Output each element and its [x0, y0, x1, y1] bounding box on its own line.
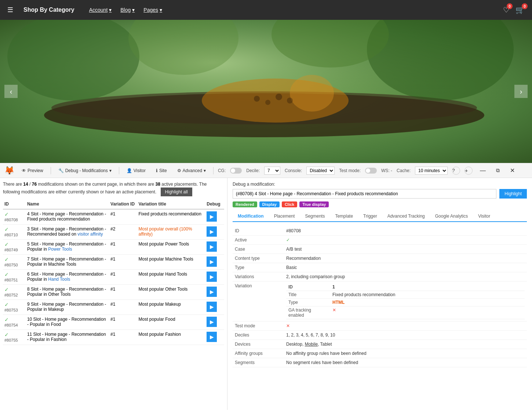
detail-value-deciles: 1, 2, 3, 4, 5, 6, 7, 8, 9, 10 [284, 331, 527, 340]
debug-row-button[interactable]: ▶ [207, 211, 217, 222]
visitor-button[interactable]: 👤 Visitor [124, 167, 149, 175]
nav-link-account[interactable]: Account ▾ [89, 7, 112, 13]
ga-x-icon: ✕ [332, 308, 336, 313]
highlight-button[interactable]: Highlight [499, 189, 527, 199]
decile-label: Decile: [246, 168, 260, 173]
nested-label-ga: GA tracking enabled [286, 306, 330, 319]
name-link[interactable]: visitor affinity [77, 232, 103, 237]
table-row: ✓#8075410 Slot - Home page - Recommendat… [3, 315, 224, 330]
minimize-button[interactable]: — [477, 166, 489, 175]
row-id-cell: ✓#80750 [3, 255, 26, 270]
tab-modification[interactable]: Modification [233, 211, 269, 222]
debug-search-input[interactable] [233, 189, 496, 199]
row-vartitle-cell: Most popular Other Tools [137, 285, 205, 300]
test-mode-x-icon: ✕ [286, 323, 290, 328]
test-mode-toggle-thumb [366, 168, 370, 173]
tab-segments[interactable]: Segments [300, 211, 330, 221]
detail-value-content-type: Recommendation [284, 254, 527, 263]
cg-toggle[interactable] [230, 168, 242, 174]
detail-label-test-mode: Test mode [233, 321, 284, 331]
debug-row-button[interactable]: ▶ [207, 317, 217, 327]
tab-trigger[interactable]: Trigger [358, 211, 382, 221]
menu-icon[interactable]: ☰ [7, 6, 13, 14]
detail-label-content-type: Content type [233, 254, 284, 263]
console-select[interactable]: Disabled Enabled [306, 167, 335, 175]
row-vartitle-cell: Most popular Machine Tools [137, 255, 205, 270]
row-name-cell: 10 Slot - Home page - Recommendation - P… [26, 315, 109, 330]
highlight-all-button[interactable]: Highlight all [161, 188, 192, 196]
debug-row-button[interactable]: ▶ [207, 226, 217, 237]
advanced-button[interactable]: ⚙ Advanced ▾ [174, 167, 209, 175]
table-row: ✓#807507 Slot - Home page - Recommendati… [3, 255, 224, 270]
cache-select[interactable]: 10 minutes 5 minutes 1 minute No cache [415, 167, 448, 175]
detail-label-type: Type [233, 263, 284, 272]
detail-label-active: Active [233, 236, 284, 245]
row-vartitle-cell: Fixed products recommendation [137, 209, 205, 225]
name-link[interactable]: Power Tools [48, 247, 72, 252]
id-text: #80749 [4, 248, 18, 252]
debug-row-button[interactable]: ▶ [207, 257, 217, 267]
detail-value-variations: 2, including comparison group [284, 272, 527, 281]
row-name-cell: 6 Slot - Home page - Recommendation - Po… [26, 270, 109, 285]
id-text: #80708 [4, 218, 18, 222]
tab-google-analytics[interactable]: Google Analytics [430, 211, 473, 221]
row-debug-cell: ▶ [205, 315, 224, 330]
row-name-cell: 8 Slot - Home page - Recommendation - Po… [26, 285, 109, 300]
tab-template[interactable]: Template [330, 211, 358, 221]
detail-label-deciles: Deciles [233, 331, 284, 340]
svg-point-6 [254, 96, 260, 102]
tab-visitor[interactable]: Visitor [473, 211, 495, 221]
debug-row-button[interactable]: ▶ [207, 287, 217, 297]
name-link[interactable]: Hand Tools [48, 277, 70, 282]
cart-button[interactable]: 🛒 0 [515, 6, 525, 14]
debug-row-button[interactable]: ▶ [207, 272, 217, 282]
decile-select[interactable]: 7 1234 568910 [264, 167, 280, 175]
plus-button[interactable]: + [464, 167, 473, 175]
row-debug-cell: ▶ [205, 225, 224, 240]
row-name-cell: 5 Slot - Home page - Recommendation - Po… [26, 240, 109, 255]
row-vartitle-cell: Most popular Makeup [137, 300, 205, 315]
row-id-cell: ✓#80708 [3, 209, 26, 225]
nested-value-type: HTML [332, 300, 345, 305]
table-row: ✓#807495 Slot - Home page - Recommendati… [3, 240, 224, 255]
svg-point-5 [290, 75, 334, 112]
row-vartitle-cell: Most popular Power Tools [137, 240, 205, 255]
window-button[interactable]: ⧉ [493, 166, 503, 175]
detail-row-affinity: Affinity groups No affinity group rules … [233, 349, 527, 358]
tab-placement[interactable]: Placement [269, 211, 300, 221]
eye-icon: 👁 [22, 168, 26, 173]
check-icon: ✓ [4, 272, 9, 277]
nested-row-id: ID 1 [286, 283, 525, 291]
nav-link-pages[interactable]: Pages ▾ [143, 7, 162, 13]
cg-toggle-track[interactable] [230, 168, 242, 174]
debug-button[interactable]: 🔧 Debug - Modifications ▾ [55, 167, 114, 175]
row-varid-cell: #1 [109, 240, 137, 255]
row-debug-cell: ▶ [205, 300, 224, 315]
preview-button[interactable]: 👁 Preview [19, 167, 46, 175]
row-id-cell: ✓#80751 [3, 270, 26, 285]
id-text: #80753 [4, 308, 18, 312]
table-row: ✓#807539 Slot - Home page - Recommendati… [3, 300, 224, 315]
row-varid-cell: #1 [109, 285, 137, 300]
test-mode-label: Test mode: [339, 168, 361, 173]
debug-row-button[interactable]: ▶ [207, 241, 217, 252]
col-header-id: ID [3, 199, 26, 209]
hero-next-button[interactable]: › [514, 85, 528, 98]
detail-row-id: ID #80708 [233, 226, 527, 236]
debug-row-button[interactable]: ▶ [207, 302, 217, 312]
cg-label: CG: [218, 168, 226, 173]
site-button[interactable]: ℹ Site [153, 167, 170, 175]
debug-row-button[interactable]: ▶ [207, 332, 217, 342]
test-mode-toggle-track[interactable] [365, 168, 377, 174]
debug-icon: 🔧 [58, 168, 64, 173]
hero-prev-button[interactable]: ‹ [4, 85, 18, 98]
tab-advanced-tracking[interactable]: Advanced Tracking [382, 211, 430, 221]
nav-link-blog[interactable]: Blog ▾ [120, 7, 135, 13]
check-icon: ✓ [4, 302, 9, 308]
test-mode-toggle[interactable] [365, 168, 377, 174]
wishlist-button[interactable]: ♡ 0 [503, 6, 510, 14]
chevron-down-icon: ▾ [160, 7, 162, 13]
close-button[interactable]: ✕ [507, 166, 518, 175]
help-button[interactable]: ? [452, 167, 460, 175]
detail-tabs: Modification Placement Segments Template… [233, 211, 527, 222]
